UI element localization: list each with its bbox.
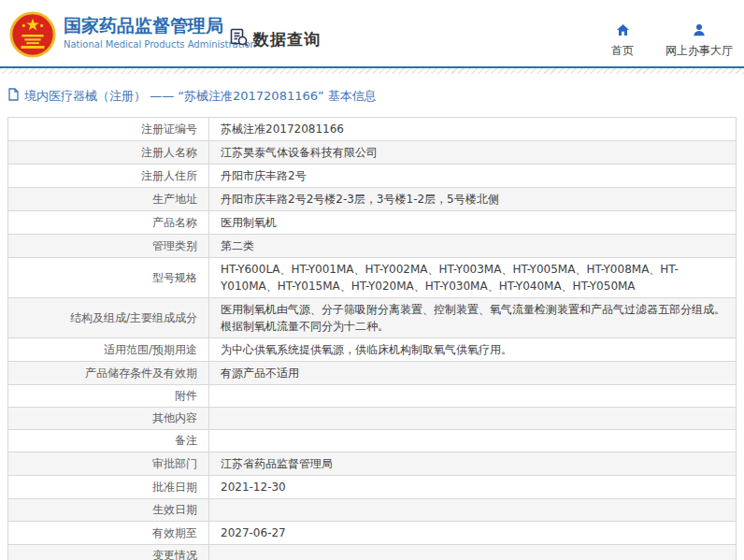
row-label: 备注 xyxy=(8,430,209,452)
table-row: 注册人名称 江苏昊泰气体设备科技有限公司 xyxy=(8,141,737,165)
row-value: 2027-06-27 xyxy=(209,522,737,545)
row-label: 注册人住所 xyxy=(8,165,209,188)
table-row: 适用范围/预期用途 为中心供氧系统提供氧源，供临床机构制取氧气供氧疗用。 xyxy=(8,338,737,362)
table-row: 注册人住所 丹阳市庆丰路2号 xyxy=(8,165,737,188)
document-icon xyxy=(7,87,20,105)
nav-label-home: 首页 xyxy=(611,43,634,59)
header: 国家药品监督管理局 National Medical Products Admi… xyxy=(0,0,744,68)
top-nav: 首页 网上办事大厅 xyxy=(611,22,733,59)
row-value: 为中心供氧系统提供氧源，供临床机构制取氧气供氧疗用。 xyxy=(209,338,737,362)
nav-item-service-hall[interactable]: 网上办事大厅 xyxy=(665,22,733,59)
row-value: 丹阳市庆丰路2号2号楼2-3层，3号楼1-2层，5号楼北侧 xyxy=(209,188,737,211)
row-value: 有源产品不适用 xyxy=(209,362,737,385)
table-row: 附件 xyxy=(8,385,737,408)
org-name-cn: 国家药品监督管理局 xyxy=(64,13,256,37)
row-value xyxy=(209,545,737,560)
table-row: 型号规格 HT-Y600LA、HT-Y001MA、HT-Y002MA、HT-Y0… xyxy=(8,258,737,298)
row-value xyxy=(209,408,737,430)
row-label: 注册人名称 xyxy=(8,141,209,165)
row-value: 2021-12-30 xyxy=(209,476,737,499)
data-query-icon xyxy=(229,27,250,51)
row-label: 有效期至 xyxy=(8,522,209,545)
row-value: 江苏省药品监督管理局 xyxy=(209,452,737,476)
table-row: 注册证编号 苏械注准20172081166 xyxy=(8,118,737,141)
table-row: 变更情况 xyxy=(8,545,737,560)
row-label: 产品名称 xyxy=(8,211,209,235)
data-query-label: 数据查询 xyxy=(253,29,321,50)
row-value xyxy=(209,499,737,522)
breadcrumb-text: 境内医疗器械（注册） —— “苏械注准20172081166” 基本信息 xyxy=(24,88,377,105)
user-icon xyxy=(693,22,706,40)
row-value: 苏械注准20172081166 xyxy=(209,118,737,141)
table-row: 管理类别 第二类 xyxy=(8,235,737,258)
table-row: 产品名称 医用制氧机 xyxy=(8,211,737,235)
table-row: 审批部门 江苏省药品监督管理局 xyxy=(8,452,737,476)
table-row: 产品储存条件及有效期 有源产品不适用 xyxy=(8,362,737,385)
org-title-block: 国家药品监督管理局 National Medical Products Admi… xyxy=(64,13,256,50)
row-label: 注册证编号 xyxy=(8,118,209,141)
row-label: 变更情况 xyxy=(8,545,209,560)
row-value xyxy=(209,430,737,452)
row-label: 其他内容 xyxy=(8,408,209,430)
table-row: 备注 xyxy=(8,430,737,452)
table-row: 生效日期 xyxy=(8,499,737,522)
table-row: 批准日期 2021-12-30 xyxy=(8,476,737,499)
home-icon xyxy=(616,22,630,40)
nav-label-service-hall: 网上办事大厅 xyxy=(665,43,733,59)
row-label: 批准日期 xyxy=(8,476,209,499)
row-value: 江苏昊泰气体设备科技有限公司 xyxy=(209,141,737,165)
info-table: 注册证编号 苏械注准20172081166 注册人名称 江苏昊泰气体设备科技有限… xyxy=(7,117,737,560)
row-label: 生产地址 xyxy=(8,188,209,211)
table-row: 其他内容 xyxy=(8,408,737,430)
row-value: 第二类 xyxy=(209,235,737,258)
row-label: 型号规格 xyxy=(8,258,209,298)
row-value: 医用制氧机 xyxy=(209,211,737,235)
nav-item-home[interactable]: 首页 xyxy=(611,22,634,59)
row-label: 管理类别 xyxy=(8,235,209,258)
table-row: 有效期至 2027-06-27 xyxy=(8,522,737,545)
row-value: 丹阳市庆丰路2号 xyxy=(209,165,737,188)
row-value: HT-Y600LA、HT-Y001MA、HT-Y002MA、HT-Y003MA、… xyxy=(209,258,737,298)
table-row: 生产地址 丹阳市庆丰路2号2号楼2-3层，3号楼1-2层，5号楼北侧 xyxy=(8,188,737,211)
data-query-tab[interactable]: 数据查询 xyxy=(229,27,321,51)
row-value xyxy=(209,385,737,408)
row-label: 附件 xyxy=(8,385,209,408)
row-label: 产品储存条件及有效期 xyxy=(8,362,209,385)
row-label: 生效日期 xyxy=(8,499,209,522)
row-value: 医用制氧机由气源、分子筛吸附分离装置、控制装置、氧气流量检测装置和产品气过滤器五… xyxy=(209,298,737,338)
national-emblem-icon xyxy=(9,11,56,58)
row-label: 审批部门 xyxy=(8,452,209,476)
registration-info-section: 注册证编号 苏械注准20172081166 注册人名称 江苏昊泰气体设备科技有限… xyxy=(0,114,744,560)
row-label: 适用范围/预期用途 xyxy=(8,338,209,362)
breadcrumb: 境内医疗器械（注册） —— “苏械注准20172081166” 基本信息 xyxy=(0,74,744,114)
org-name-en: National Medical Products Administration xyxy=(64,39,256,50)
table-row: 结构及组成/主要组成成分 医用制氧机由气源、分子筛吸附分离装置、控制装置、氧气流… xyxy=(8,298,737,338)
row-label: 结构及组成/主要组成成分 xyxy=(8,298,209,338)
